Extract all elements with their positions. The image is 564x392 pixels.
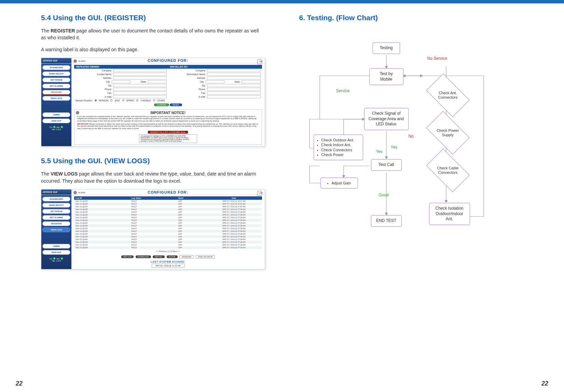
date-field[interactable]: 04/28/2016 xyxy=(179,255,194,258)
configured-for-label: CONFIGURED FOR: xyxy=(148,58,188,62)
version-label: Ver: 1.0.0 xyxy=(42,128,70,130)
label-no: No xyxy=(409,134,414,139)
heading-6: 6. Testing. (Flow Chart) xyxy=(299,14,523,22)
owner-company-input[interactable] xyxy=(113,69,166,72)
inst-city-input[interactable] xyxy=(206,80,224,83)
node-test-call: Test Call xyxy=(371,159,402,171)
radio-tmobile[interactable] xyxy=(136,99,138,101)
sidebar-set-alarms[interactable]: SET ALARMS xyxy=(42,84,70,88)
notice-text-1: If you are contacted by a representative… xyxy=(77,115,259,122)
label-good: Good xyxy=(379,193,389,197)
log-footer-controls: GET LOG DOWNLOAD GET ALL ACTIVE 04/28/20… xyxy=(74,254,262,260)
owner-address-input[interactable] xyxy=(113,76,166,80)
table-row: Gain-DL@148FAULTUHFAPR 27 / 2016 @ 07:28… xyxy=(74,246,262,249)
sidebar-band-select[interactable]: BAND SELECT xyxy=(42,203,70,208)
sidebar-view-logs[interactable]: VIEW LOGS xyxy=(42,96,70,101)
inst-state-input[interactable] xyxy=(242,80,260,83)
sidebar-register[interactable]: REGISTER xyxy=(42,90,70,95)
label-no-service: No Service xyxy=(427,56,448,61)
radio-other[interactable] xyxy=(153,99,155,101)
notice-title: IMPORTANT NOTICE! xyxy=(77,111,259,115)
inst-address-input[interactable] xyxy=(207,76,260,80)
sidebar-register[interactable]: REGISTER xyxy=(42,221,70,226)
node-adjust-gain: Adjust Gain xyxy=(320,178,358,188)
node-checklist: Check Outdoor Ant.Check Indoor Ant.Check… xyxy=(314,135,363,160)
sidebar-sign-out[interactable]: SIGN OUT xyxy=(42,118,70,123)
table-row: Gain-DL@148FAULTUHFAPR 27 / 2016 @ 07:38… xyxy=(74,230,262,233)
table-row: Gain-DL@148FAULTUHFAPR 27 / 2016 @ 07:38… xyxy=(74,238,262,241)
version-label: Ver: 1.0.0 xyxy=(42,260,70,262)
flowchart: Testing Test by Mobile No Service Servic… xyxy=(299,42,491,275)
active-button[interactable]: ACTIVE xyxy=(167,255,178,258)
log-table-header: Log ID Log Value Band Date xyxy=(74,196,262,200)
node-check-ant-connectors: Check Ant. Connectors xyxy=(426,73,469,117)
inst-company-input[interactable] xyxy=(207,69,260,72)
table-row: Gain-DL@148FAULTUHFAPR 27 / 2016 @ 07:38… xyxy=(74,235,262,238)
p-warning-label: A warning label is also displayed on thi… xyxy=(41,46,265,53)
sidebar-set-alarms[interactable]: SET ALARMS xyxy=(42,215,70,220)
node-testing: Testing xyxy=(373,42,400,54)
inst-phone-input[interactable] xyxy=(207,88,260,91)
sidebar-admin[interactable]: ADMIN xyxy=(42,112,70,117)
reset-button[interactable]: RESET xyxy=(170,103,182,106)
owner-zip-input[interactable] xyxy=(113,84,166,87)
gear-icon xyxy=(73,191,77,194)
list-item: Check Outdoor Ant. xyxy=(321,138,359,142)
top-bar xyxy=(0,0,564,3)
confirm-button[interactable]: CONFIRM xyxy=(154,103,169,106)
sidebar-set-param[interactable]: SET PARAM xyxy=(42,209,70,214)
installer-header: INSTALLED BY: xyxy=(168,65,262,69)
sidebar-view-logs[interactable]: VIEW LOGS xyxy=(42,227,70,232)
sidebar-set-param[interactable]: SET PARAM xyxy=(42,78,70,82)
list-item: Check Connectors xyxy=(321,148,359,152)
table-row: Gain-DL@148FAULTUHFAPR 27 / 2016 @ 07:38… xyxy=(74,211,262,213)
left-column: 5.4 Using the GUI. (REGISTER) The REGIST… xyxy=(41,14,265,280)
radio-verizon[interactable] xyxy=(95,99,97,101)
heading-5-5: 5.5 Using the GUI. (VIEW LOGS) xyxy=(41,157,265,165)
p-viewlogs-desc: The VIEW LOGS page allows the user back … xyxy=(41,170,265,184)
owner-header: REPEATER OWNER: xyxy=(74,65,168,69)
inst-email-input[interactable] xyxy=(207,95,260,98)
radio-sprint[interactable] xyxy=(122,99,124,101)
notice-text-2: IMPORTANT! Please remember to obtain the… xyxy=(77,123,259,130)
owner-phone-input[interactable] xyxy=(113,88,166,91)
heading-5-4: 5.4 Using the GUI. (REGISTER) xyxy=(41,14,265,22)
sidebar-admin[interactable]: ADMIN xyxy=(42,244,70,249)
owner-contact-input[interactable] xyxy=(113,73,166,76)
getall-button[interactable]: GET ALL xyxy=(153,255,164,258)
label-service: Service xyxy=(336,88,350,93)
usb-label: USB xyxy=(259,192,262,194)
gui-logo: JDTECK GUI xyxy=(41,58,71,63)
screenshot-register: JDTECK GUI ALARM CONFIGURED FOR: USB DAS… xyxy=(41,58,265,147)
alarm-label: ALARM xyxy=(78,60,85,62)
download-button[interactable]: DOWNLOAD xyxy=(136,255,151,258)
table-row: Gain-DL@148FAULTUHFAPR 27 / 2016 @ 07:38… xyxy=(74,213,262,216)
inst-tech-input[interactable] xyxy=(207,73,260,76)
table-row: Gain-DL@148FAULTUHFAPR 27 / 2016 @ 10:01… xyxy=(74,200,262,202)
owner-city-input[interactable] xyxy=(112,80,130,83)
inst-zip-input[interactable] xyxy=(207,84,260,87)
sidebar: DASHBOARD BAND SELECT SET PARAM SET ALAR… xyxy=(41,64,71,146)
table-row: Gain-DL@148FAULTUHFAPR 27 / 2016 @ 09:45… xyxy=(74,202,262,205)
tx-led xyxy=(53,257,55,260)
sidebar-band-select[interactable]: BAND SELECT xyxy=(42,71,70,76)
owner-email-input[interactable] xyxy=(113,95,166,98)
table-row: Gain-DL@148FAULTUHFAPR 27 / 2016 @ 07:28… xyxy=(74,243,262,246)
node-check-cable: Check Cable Connectors xyxy=(426,149,469,192)
radio-att[interactable] xyxy=(110,99,112,101)
configured-for-label: CONFIGURED FOR: xyxy=(148,190,188,194)
owner-state-input[interactable] xyxy=(148,80,167,83)
p-register-desc: The REGISTER page allows the user to doc… xyxy=(41,27,265,41)
count-field: 076(1+50,049.00 xyxy=(196,255,215,258)
owner-fax-input[interactable] xyxy=(113,92,166,95)
getlog-button[interactable]: GET LOG xyxy=(121,255,134,258)
alarm-label: ALARM xyxy=(78,192,85,194)
sidebar-dashboard[interactable]: DASHBOARD xyxy=(42,65,70,70)
pager[interactable]: << Previous 1 2 3 Next >> xyxy=(74,249,262,254)
rx-led xyxy=(61,126,63,128)
sidebar-dashboard[interactable]: DASHBOARD xyxy=(42,197,70,201)
sidebar-sign-out[interactable]: SIGN OUT xyxy=(42,250,70,255)
label-yes-2: Yes xyxy=(376,149,383,154)
inst-fax-input[interactable] xyxy=(207,92,260,95)
gear-icon xyxy=(73,59,77,63)
